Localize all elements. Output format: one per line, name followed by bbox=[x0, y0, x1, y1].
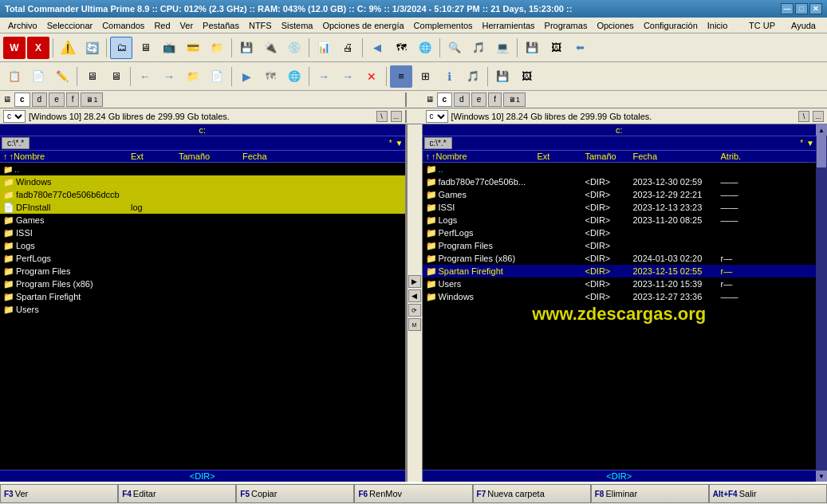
right-row-fadb[interactable]: 📁fadb780e77c0e506b... <DIR> 2023-12-30 0… bbox=[423, 175, 817, 188]
menu-ver[interactable]: Ver bbox=[175, 19, 199, 32]
left-drive-select[interactable]: c bbox=[3, 110, 26, 123]
tb-folder-icon[interactable]: 📁 bbox=[206, 37, 228, 59]
left-row-spartan[interactable]: 📁Spartan Firefight bbox=[0, 290, 405, 303]
right-row-perflogs[interactable]: 📁PerfLogs <DIR> bbox=[423, 226, 817, 239]
f3-ver-button[interactable]: F3 Ver bbox=[0, 484, 118, 503]
tb2-map2-icon[interactable]: 🗺 bbox=[259, 65, 282, 88]
right-scrollbar[interactable]: ▲ ▼ bbox=[816, 124, 827, 482]
left-row-progfiles86[interactable]: 📁Program Files (x86) bbox=[0, 278, 405, 290]
menu-archivo[interactable]: Archivo bbox=[3, 19, 42, 32]
right-sort-btn[interactable]: * bbox=[800, 139, 803, 148]
right-col-tamano[interactable]: Tamaño bbox=[585, 152, 633, 161]
tb-word-icon[interactable]: W bbox=[3, 37, 26, 59]
menu-opciones[interactable]: Opciones bbox=[592, 19, 638, 32]
left-row-dfinstall[interactable]: 📄DFInstall log bbox=[0, 201, 405, 214]
menu-sistema[interactable]: Sistema bbox=[277, 19, 318, 32]
left-drive-c[interactable]: c bbox=[14, 93, 30, 107]
tb2-tv2-icon[interactable]: 🖥 bbox=[104, 65, 127, 88]
right-panel-tab[interactable]: c:\*.* bbox=[424, 137, 452, 149]
left-path-dots[interactable]: ... bbox=[391, 111, 402, 122]
left-col-tamano[interactable]: Tamaño bbox=[179, 152, 242, 161]
tb2-copy-icon[interactable]: 📋 bbox=[3, 65, 26, 88]
copy-right-btn[interactable]: ▶ bbox=[408, 275, 421, 288]
copy-left-btn[interactable]: ◀ bbox=[408, 289, 421, 302]
menu-inicio[interactable]: Inicio bbox=[703, 19, 733, 32]
left-path-backslash[interactable]: \ bbox=[376, 111, 388, 122]
right-col-ext[interactable]: Ext bbox=[538, 152, 585, 161]
tb2-mon2-icon[interactable]: 🖥 bbox=[81, 65, 103, 88]
tb-img-icon[interactable]: 🖼 bbox=[545, 37, 567, 59]
tb2-grid-icon[interactable]: ⊞ bbox=[414, 65, 436, 88]
tb-files-icon[interactable]: 🗂 bbox=[110, 37, 132, 59]
menu-pestanas[interactable]: Pestañas bbox=[198, 19, 244, 32]
right-row-games[interactable]: 📁Games <DIR> 2023-12-29 22:21 —— bbox=[423, 188, 817, 201]
left-col-fecha[interactable]: Fecha bbox=[242, 152, 330, 161]
tb-refresh-icon[interactable]: 🔄 bbox=[81, 37, 103, 59]
tb2-red-x-icon[interactable]: ✕ bbox=[360, 65, 383, 88]
menu-red[interactable]: Red bbox=[149, 19, 175, 32]
right-row-parent[interactable]: 📁.. bbox=[423, 163, 817, 175]
tb-map-icon[interactable]: 🗺 bbox=[390, 37, 412, 59]
tb2-write-icon[interactable]: ✏️ bbox=[51, 65, 73, 88]
tb2-stack-icon[interactable]: ≡ bbox=[390, 65, 412, 88]
tb-chart-icon[interactable]: 📊 bbox=[313, 37, 335, 59]
tb2-doc-icon[interactable]: 📄 bbox=[27, 65, 49, 88]
tb-back-icon[interactable]: ⬅ bbox=[569, 37, 591, 59]
right-drive-e[interactable]: e bbox=[471, 93, 487, 107]
left-row-logs[interactable]: 📁Logs bbox=[0, 239, 405, 252]
maximize-button[interactable]: □ bbox=[795, 3, 808, 14]
f8-eliminar-button[interactable]: F8 Eliminar bbox=[591, 484, 709, 503]
right-close-btn[interactable]: ▼ bbox=[806, 139, 814, 148]
menu-herramientas[interactable]: Herramientas bbox=[478, 19, 540, 32]
left-col-nombre[interactable]: ↑Nombre bbox=[3, 152, 131, 161]
tb2-info-icon[interactable]: ℹ bbox=[438, 65, 460, 88]
tb-arrow-l-icon[interactable]: ◀ bbox=[366, 37, 388, 59]
left-close-btn[interactable]: ▼ bbox=[396, 139, 404, 148]
right-col-fecha[interactable]: Fecha bbox=[633, 152, 721, 161]
swap-icon[interactable]: M bbox=[408, 318, 421, 331]
left-row-perflogs[interactable]: 📁PerfLogs bbox=[0, 252, 405, 265]
tb-monitor-icon[interactable]: 🖥 bbox=[134, 37, 156, 59]
tb2-note-icon[interactable]: 🎵 bbox=[462, 65, 484, 88]
tb2-net2-icon[interactable]: 🌐 bbox=[283, 65, 305, 88]
left-col-ext[interactable]: Ext bbox=[131, 152, 179, 161]
menu-complementos[interactable]: Complementos bbox=[409, 19, 478, 32]
right-drive-f[interactable]: f bbox=[488, 93, 502, 107]
tb2-play-icon[interactable]: ▶ bbox=[235, 65, 258, 88]
left-row-fadb[interactable]: 📁fadb780e77c0e506b6dccb bbox=[0, 188, 405, 201]
right-row-spartan[interactable]: 📁Spartan Firefight <DIR> 2023-12-15 02:5… bbox=[423, 265, 817, 278]
f6-renmov-button[interactable]: F6 RenMov bbox=[354, 484, 472, 503]
right-col-nombre[interactable]: ↑Nombre bbox=[426, 152, 538, 161]
right-drive-select[interactable]: c bbox=[426, 110, 448, 123]
left-row-games[interactable]: 📁Games bbox=[0, 214, 405, 226]
tb-tv-icon[interactable]: 📺 bbox=[158, 37, 180, 59]
tb-pc-icon[interactable]: 💻 bbox=[491, 37, 514, 59]
right-path-backslash[interactable]: \ bbox=[798, 111, 809, 122]
right-row-windows[interactable]: 📁Windows <DIR> 2023-12-27 23:36 —— bbox=[423, 290, 817, 303]
left-file-list[interactable]: 📁.. 📁Windows 📁fadb780e77c0e506b6dccb bbox=[0, 163, 405, 470]
f4-editar-button[interactable]: F4 Editar bbox=[118, 484, 236, 503]
menu-programas[interactable]: Programas bbox=[540, 19, 593, 32]
left-row-parent[interactable]: 📁.. bbox=[0, 163, 405, 175]
sync-icon[interactable]: ⟳ bbox=[408, 304, 421, 317]
left-row-issi[interactable]: 📁ISSI bbox=[0, 226, 405, 239]
left-row-users[interactable]: 📁Users bbox=[0, 303, 405, 316]
left-drive-f[interactable]: f bbox=[66, 93, 80, 107]
scrollbar-up-btn[interactable]: ▲ bbox=[816, 124, 827, 136]
tb-music-icon[interactable]: 🎵 bbox=[467, 37, 490, 59]
menu-opciones-energia[interactable]: Opciones de energía bbox=[317, 19, 408, 32]
right-row-logs[interactable]: 📁Logs <DIR> 2023-11-20 08:25 —— bbox=[423, 214, 817, 226]
tb-excel-icon[interactable]: X bbox=[27, 37, 49, 59]
menu-configuracion[interactable]: Configuración bbox=[639, 19, 703, 32]
tb-print-icon[interactable]: 🖨 bbox=[337, 37, 359, 59]
close-button[interactable]: ✕ bbox=[809, 3, 822, 14]
menu-ntfs[interactable]: NTFS bbox=[244, 19, 277, 32]
tb-cd-icon[interactable]: 💿 bbox=[283, 37, 305, 59]
tb-search-icon[interactable]: 🔍 bbox=[443, 37, 466, 59]
right-row-users[interactable]: 📁Users <DIR> 2023-11-20 15:39 r— bbox=[423, 278, 817, 290]
tb2-folder2-icon[interactable]: 📁 bbox=[182, 65, 204, 88]
right-row-progfiles86[interactable]: 📁Program Files (x86) <DIR> 2024-01-03 02… bbox=[423, 252, 817, 265]
tb2-arrow3-icon[interactable]: → bbox=[313, 65, 335, 88]
right-file-list[interactable]: 📁.. 📁fadb780e77c0e506b... <DIR> 2023-12-… bbox=[423, 163, 817, 470]
left-sort-btn[interactable]: * bbox=[389, 139, 392, 148]
